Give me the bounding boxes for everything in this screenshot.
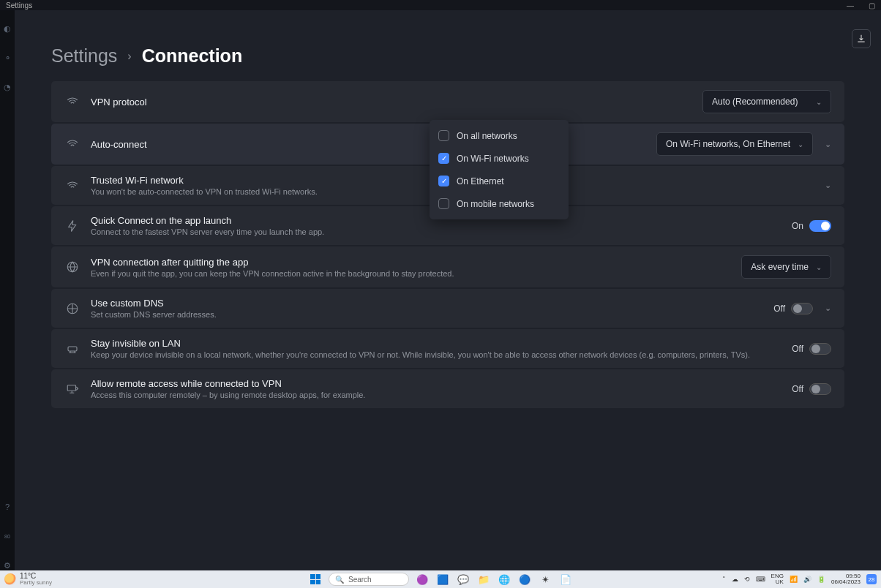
windows-taskbar: 11°C Partly sunny 🔍 Search 🟣 🟦 💬 📁 🌐 🔵 ✴… xyxy=(0,570,881,588)
svg-rect-2 xyxy=(68,347,77,351)
tray-chevron-up-icon[interactable]: ˄ xyxy=(722,576,726,583)
desktop-icon xyxy=(64,381,80,397)
chevron-down-icon: ⌄ xyxy=(798,140,803,148)
taskbar-app-explorer[interactable]: 📁 xyxy=(476,572,491,587)
start-button[interactable] xyxy=(308,572,323,587)
sidebar-settings-icon[interactable]: ⚙ xyxy=(2,560,12,570)
invisible-lan-sub: Keep your device invisible on a local ne… xyxy=(91,350,792,359)
taskbar-weather[interactable]: 11°C Partly sunny xyxy=(4,573,52,586)
auto-connect-select[interactable]: On Wi-Fi networks, On Ethernet ⌄ xyxy=(656,132,813,156)
row-custom-dns: Use custom DNS Set custom DNS server add… xyxy=(51,289,844,328)
chevron-down-icon: ⌄ xyxy=(816,98,822,106)
expand-chevron[interactable]: ⌄ xyxy=(825,304,831,313)
remote-access-sub: Access this computer remotely – by using… xyxy=(91,391,792,399)
checkbox-checked[interactable]: ✓ xyxy=(438,153,449,164)
taskbar-app-chrome[interactable]: 🌐 xyxy=(497,572,511,587)
sidebar-icon-people[interactable]: ⚬ xyxy=(2,53,12,63)
sidebar-icon-stats[interactable]: 80 xyxy=(2,531,12,541)
wifi-check-icon xyxy=(64,178,80,194)
dropdown-label: On mobile networks xyxy=(457,199,534,209)
quick-connect-toggle[interactable] xyxy=(809,220,831,232)
quick-connect-sub: Connect to the fastest VPN server every … xyxy=(91,227,792,236)
svg-rect-3 xyxy=(67,385,75,391)
breadcrumb-current: Connection xyxy=(142,45,243,67)
expand-chevron[interactable]: ⌄ xyxy=(825,181,831,190)
taskbar-app-purple[interactable]: 🟣 xyxy=(415,572,430,587)
chevron-right-icon: › xyxy=(127,50,131,63)
remote-access-toggle[interactable] xyxy=(809,383,831,395)
invisible-lan-title: Stay invisible on LAN xyxy=(91,338,792,349)
tray-notifications[interactable]: 28 xyxy=(866,574,877,584)
remote-access-state: Off xyxy=(792,384,803,394)
taskbar-search-placeholder: Search xyxy=(348,576,372,584)
wifi-signal-icon xyxy=(64,94,80,110)
taskbar-tray: ˄ ☁ ⟲ ⌨ ENG UK 📶 🔊 🔋 09:50 06/04/2023 28 xyxy=(722,573,877,585)
quick-connect-state: On xyxy=(792,221,803,231)
minimize-button[interactable]: — xyxy=(847,1,854,10)
tray-sync-icon[interactable]: ⟲ xyxy=(744,576,750,583)
tray-wifi-icon[interactable]: 📶 xyxy=(790,576,798,583)
breadcrumb: Settings › Connection xyxy=(15,10,881,81)
dns-globe-icon xyxy=(64,301,80,317)
taskbar-app-doc[interactable]: 📄 xyxy=(558,572,573,587)
row-vpn-protocol: VPN protocol Auto (Recommended) ⌄ xyxy=(51,81,844,122)
tray-battery-icon[interactable]: 🔋 xyxy=(817,576,825,583)
dropdown-label: On Wi-Fi networks xyxy=(457,154,529,164)
vpn-protocol-title: VPN protocol xyxy=(91,97,702,108)
tray-volume-icon[interactable]: 🔊 xyxy=(803,576,811,583)
auto-connect-title: Auto-connect xyxy=(91,139,656,150)
row-remote-access: Allow remote access while connected to V… xyxy=(51,369,844,408)
after-quit-selected: Ask every time xyxy=(751,262,809,272)
breadcrumb-parent[interactable]: Settings xyxy=(51,45,117,67)
dropdown-item-mobile[interactable]: On mobile networks xyxy=(430,192,569,215)
taskbar-app-zoom[interactable]: 🟦 xyxy=(435,572,450,587)
search-icon: 🔍 xyxy=(335,576,344,584)
lan-icon xyxy=(64,341,80,357)
expand-chevron[interactable]: ⌄ xyxy=(825,140,831,149)
window-titlebar: Settings — ▢ xyxy=(0,0,881,10)
vpn-protocol-selected: Auto (Recommended) xyxy=(712,97,798,107)
auto-connect-dropdown: On all networks ✓ On Wi-Fi networks ✓ On… xyxy=(430,120,569,219)
taskbar-center: 🔍 Search 🟣 🟦 💬 📁 🌐 🔵 ✴ 📄 xyxy=(308,572,573,587)
row-invisible-lan: Stay invisible on LAN Keep your device i… xyxy=(51,329,844,368)
chevron-down-icon: ⌄ xyxy=(816,263,822,271)
tray-keyboard-icon[interactable]: ⌨ xyxy=(756,576,765,583)
custom-dns-state: Off xyxy=(773,304,785,314)
tray-clock[interactable]: 09:50 06/04/2023 xyxy=(831,573,861,585)
custom-dns-sub: Set custom DNS server addresses. xyxy=(91,310,773,319)
vpn-protocol-select[interactable]: Auto (Recommended) ⌄ xyxy=(702,90,831,113)
custom-dns-toggle[interactable] xyxy=(791,303,813,314)
after-quit-select[interactable]: Ask every time ⌄ xyxy=(741,255,831,279)
download-icon[interactable] xyxy=(852,29,871,48)
wifi-icon xyxy=(64,136,80,152)
dropdown-label: On Ethernet xyxy=(457,176,504,186)
lightning-icon xyxy=(64,218,80,234)
after-quit-sub: Even if you quit the app, you can keep t… xyxy=(91,269,741,278)
maximize-button[interactable]: ▢ xyxy=(869,1,875,10)
taskbar-app-edge[interactable]: 🔵 xyxy=(517,572,532,587)
dropdown-item-all-networks[interactable]: On all networks xyxy=(430,124,569,147)
taskbar-app-teams[interactable]: 💬 xyxy=(456,572,471,587)
tray-language[interactable]: ENG UK xyxy=(771,573,784,585)
custom-dns-title: Use custom DNS xyxy=(91,298,773,309)
sidebar-icon-shield[interactable]: ◐ xyxy=(2,23,12,34)
sidebar-icon-globe[interactable]: ◔ xyxy=(2,82,12,92)
weather-icon xyxy=(4,573,16,585)
dropdown-item-wifi[interactable]: ✓ On Wi-Fi networks xyxy=(430,147,569,170)
checkbox-unchecked[interactable] xyxy=(438,198,449,209)
taskbar-app-slack[interactable]: ✴ xyxy=(538,572,552,587)
tray-cloud-icon[interactable]: ☁ xyxy=(732,576,738,583)
sidebar-icon-help[interactable]: ? xyxy=(2,502,12,512)
invisible-lan-toggle[interactable] xyxy=(809,343,831,355)
settings-panel: VPN protocol Auto (Recommended) ⌄ Auto-c… xyxy=(51,81,844,408)
after-quit-title: VPN connection after quitting the app xyxy=(91,257,741,268)
globe-icon xyxy=(64,259,80,275)
checkbox-unchecked[interactable] xyxy=(438,130,449,141)
settings-content: Settings › Connection VPN protocol Auto … xyxy=(15,10,881,570)
dropdown-item-ethernet[interactable]: ✓ On Ethernet xyxy=(430,170,569,192)
checkbox-checked[interactable]: ✓ xyxy=(438,176,449,186)
remote-access-title: Allow remote access while connected to V… xyxy=(91,378,792,389)
window-title: Settings xyxy=(6,1,32,10)
taskbar-weather-desc: Partly sunny xyxy=(20,580,52,586)
taskbar-search[interactable]: 🔍 Search xyxy=(329,573,409,586)
